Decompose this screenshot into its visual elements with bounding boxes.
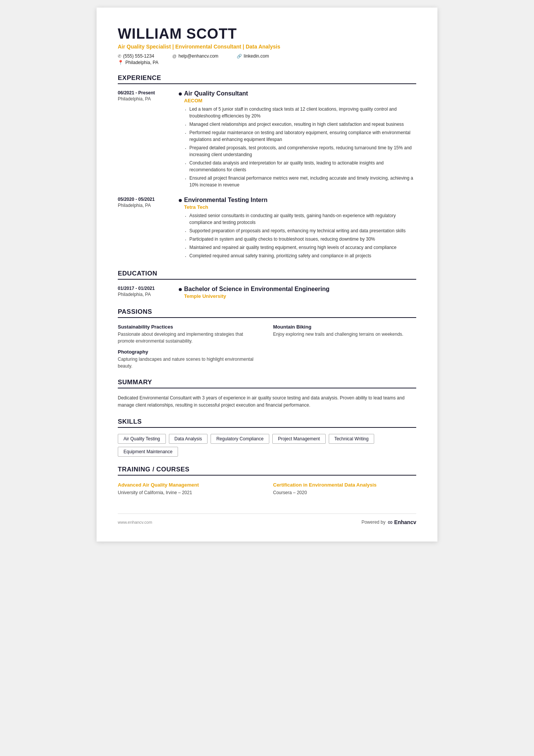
experience-section: EXPERIENCE 06/2021 - Present Philadelphi… xyxy=(118,74,416,261)
skills-title: SKILLS xyxy=(118,418,416,428)
job-2-dates: 05/2020 - 05/2021 Philadelphia, PA xyxy=(118,197,176,261)
resume-page: WILLIAM SCOTT Air Quality Specialist | E… xyxy=(97,8,437,542)
bullet-item: Assisted senior consultants in conductin… xyxy=(184,212,416,226)
linkedin-icon: 🔗 xyxy=(237,54,242,59)
skills-section: SKILLS Air Quality Testing Data Analysis… xyxy=(118,418,416,457)
passion-item-2: Mountain Biking Enjoy exploring new trai… xyxy=(273,324,416,344)
linkedin-value: linkedin.com xyxy=(244,53,269,59)
job-2-company: Tetra Tech xyxy=(184,204,416,210)
phone-contact: ✆ (555) 555-1234 xyxy=(118,53,154,59)
passion-3-desc: Capturing landscapes and nature scenes t… xyxy=(118,356,261,369)
enhancv-logo: ∞ Enhancv xyxy=(388,518,416,526)
skill-tag-2: Data Analysis xyxy=(169,434,208,444)
bullet-item: Supported preparation of proposals and r… xyxy=(184,227,416,234)
footer-website: www.enhancv.com xyxy=(118,520,152,524)
bullet-item: Maintained and repaired air quality test… xyxy=(184,244,416,251)
training-item-1: Advanced Air Quality Management Universi… xyxy=(118,482,261,495)
education-section: EDUCATION 01/2017 - 01/2021 Philadelphia… xyxy=(118,270,416,299)
logo-text: Enhancv xyxy=(394,519,416,525)
training-2-name: Certification in Environmental Data Anal… xyxy=(273,482,416,488)
linkedin-contact: 🔗 linkedin.com xyxy=(237,53,269,59)
edu-dot xyxy=(176,286,184,299)
summary-text: Dedicated Environmental Consultant with … xyxy=(118,394,416,409)
edu-school: Temple University xyxy=(184,293,416,299)
job-1-bullets: Led a team of 5 junior staff in conducti… xyxy=(184,106,416,188)
passion-3-name: Photography xyxy=(118,349,261,355)
edu-dates: 01/2017 - 01/2021 Philadelphia, PA xyxy=(118,286,176,299)
contact-row: ✆ (555) 555-1234 @ help@enhancv.com 🔗 li… xyxy=(118,53,416,59)
job-1-content: Air Quality Consultant AECOM Led a team … xyxy=(184,90,416,190)
passion-2-name: Mountain Biking xyxy=(273,324,416,330)
edu-degree: Bachelor of Science in Environmental Eng… xyxy=(184,286,416,293)
summary-section: SUMMARY Dedicated Environmental Consulta… xyxy=(118,379,416,409)
skill-tag-6: Equipment Maintenance xyxy=(118,447,178,457)
location-icon: 📍 xyxy=(118,60,123,65)
passions-grid: Sustainability Practices Passionate abou… xyxy=(118,324,416,369)
phone-value: (555) 555-1234 xyxy=(123,53,154,59)
skill-tag-5: Technical Writing xyxy=(329,434,374,444)
job-1-dot xyxy=(176,90,184,190)
training-grid: Advanced Air Quality Management Universi… xyxy=(118,482,416,495)
powered-by-label: Powered by xyxy=(361,520,385,525)
job-1: 06/2021 - Present Philadelphia, PA Air Q… xyxy=(118,90,416,190)
skill-tag-4: Project Management xyxy=(272,434,326,444)
email-icon: @ xyxy=(172,54,176,58)
passion-2-desc: Enjoy exploring new trails and challengi… xyxy=(273,331,416,338)
passion-item-3: Photography Capturing landscapes and nat… xyxy=(118,349,261,369)
job-2-content: Environmental Testing Intern Tetra Tech … xyxy=(184,197,416,261)
job-2: 05/2020 - 05/2021 Philadelphia, PA Envir… xyxy=(118,197,416,261)
candidate-name: WILLIAM SCOTT xyxy=(118,26,416,42)
passion-1-name: Sustainability Practices xyxy=(118,324,261,330)
bullet-item: Ensured all project financial performanc… xyxy=(184,175,416,188)
edu-entry-1: 01/2017 - 01/2021 Philadelphia, PA Bache… xyxy=(118,286,416,299)
job-1-dates: 06/2021 - Present Philadelphia, PA xyxy=(118,90,176,190)
training-1-name: Advanced Air Quality Management xyxy=(118,482,261,488)
education-title: EDUCATION xyxy=(118,270,416,280)
email-value: help@enhancv.com xyxy=(178,53,218,59)
experience-title: EXPERIENCE xyxy=(118,74,416,84)
bullet-item: Completed required annual safety trainin… xyxy=(184,252,416,259)
bullet-item: Managed client relationships and project… xyxy=(184,121,416,128)
job-2-dot xyxy=(176,197,184,261)
training-1-org: University of California, Irvine – 2021 xyxy=(118,490,261,495)
bullet-item: Performed regular maintenance on testing… xyxy=(184,129,416,143)
logo-icon: ∞ xyxy=(388,518,393,526)
training-section: TRAINING / COURSES Advanced Air Quality … xyxy=(118,466,416,495)
training-item-2: Certification in Environmental Data Anal… xyxy=(273,482,416,495)
candidate-title: Air Quality Specialist | Environmental C… xyxy=(118,44,416,50)
email-contact: @ help@enhancv.com xyxy=(172,53,219,59)
training-title: TRAINING / COURSES xyxy=(118,466,416,476)
bullet-item: Led a team of 5 junior staff in conducti… xyxy=(184,106,416,119)
job-1-title: Air Quality Consultant xyxy=(184,90,416,97)
summary-title: SUMMARY xyxy=(118,379,416,388)
passion-1-desc: Passionate about developing and implemen… xyxy=(118,331,261,344)
phone-icon: ✆ xyxy=(118,54,121,59)
skills-container: Air Quality Testing Data Analysis Regula… xyxy=(118,434,416,457)
training-2-org: Coursera – 2020 xyxy=(273,490,416,495)
footer: www.enhancv.com Powered by ∞ Enhancv xyxy=(118,513,416,526)
edu-content: Bachelor of Science in Environmental Eng… xyxy=(184,286,416,299)
bullet-item: Prepared detailed proposals, test protoc… xyxy=(184,144,416,158)
bullet-item: Participated in system and quality check… xyxy=(184,236,416,243)
passions-section: PASSIONS Sustainability Practices Passio… xyxy=(118,308,416,369)
header: WILLIAM SCOTT Air Quality Specialist | E… xyxy=(118,26,416,65)
bullet-item: Conducted data analysis and interpretati… xyxy=(184,160,416,173)
job-2-bullets: Assisted senior consultants in conductin… xyxy=(184,212,416,259)
location-value: Philadelphia, PA xyxy=(125,60,158,65)
job-1-company: AECOM xyxy=(184,98,416,103)
job-2-title: Environmental Testing Intern xyxy=(184,197,416,203)
skill-tag-3: Regulatory Compliance xyxy=(211,434,269,444)
location-row: 📍 Philadelphia, PA xyxy=(118,60,416,65)
footer-brand: Powered by ∞ Enhancv xyxy=(361,518,416,526)
skill-tag-1: Air Quality Testing xyxy=(118,434,166,444)
passion-item-1: Sustainability Practices Passionate abou… xyxy=(118,324,261,344)
passions-title: PASSIONS xyxy=(118,308,416,318)
